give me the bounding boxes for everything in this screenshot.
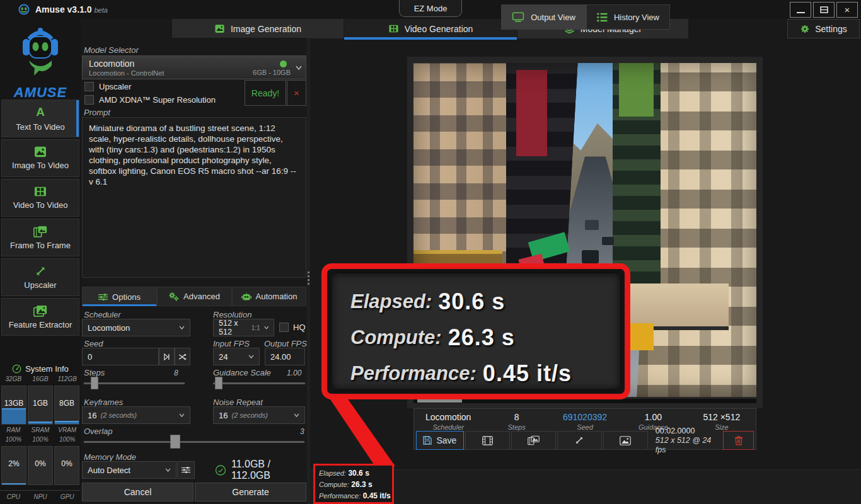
slider-thumb[interactable]	[170, 435, 180, 449]
tab-video-generation[interactable]: Video Generation	[344, 19, 517, 38]
scheduler-select[interactable]: Locomotion	[82, 319, 190, 336]
close-button[interactable]: ×	[836, 2, 858, 18]
hq-checkbox[interactable]	[279, 323, 289, 332]
slider-thumb[interactable]	[91, 377, 98, 389]
sidebar-item-feature-extractor[interactable]: Feature Extractor	[1, 298, 79, 336]
tab-advanced[interactable]: Advanced	[157, 287, 232, 306]
resolution-select[interactable]: 512 x 512 1:1	[213, 319, 274, 336]
minimize-button[interactable]	[790, 2, 811, 18]
model-unload-button[interactable]: ×	[287, 80, 306, 106]
system-info-header: System Info	[0, 364, 81, 374]
chevron-down-icon	[264, 326, 269, 329]
delete-button[interactable]	[723, 431, 754, 450]
sliders-icon	[98, 293, 108, 301]
system-info-title: System Info	[25, 364, 69, 374]
slider-thumb[interactable]	[215, 377, 222, 389]
result-toolbar: Save 00:02.0000 512 x 512 @ 24 fps	[416, 431, 754, 450]
keyframes-suffix: (2 seconds)	[100, 411, 136, 419]
vram-label: VRAM	[54, 427, 81, 433]
splitter-handle[interactable]	[308, 270, 309, 286]
sidebar-item-upscaler[interactable]: Upscaler	[1, 258, 79, 296]
noise-repeat-select[interactable]: 16 (2 seconds)	[213, 406, 305, 424]
save-button[interactable]: Save	[416, 431, 464, 450]
tab-history-view[interactable]: History View	[586, 4, 670, 30]
tab-options[interactable]: Options	[82, 287, 157, 306]
tab-output-view[interactable]: Output View	[501, 4, 586, 30]
sidebar-item-text-to-video[interactable]: A Text To Video	[1, 100, 79, 137]
ram-used: 13GB	[2, 399, 26, 408]
output-fps-input[interactable]	[265, 348, 305, 365]
video-meta: 00:02.0000 512 x 512 @ 24 fps	[656, 427, 722, 455]
gpu-meter: 0%	[54, 446, 79, 485]
sidebar-item-video-to-video[interactable]: Video To Video	[1, 179, 79, 217]
scheduler-value: Locomotion	[88, 323, 130, 333]
xdna-checkbox[interactable]	[84, 95, 94, 105]
sidebar-item-label: Feature Extractor	[9, 320, 72, 329]
elapsed-row: Elapsed: 30.6 s	[319, 467, 388, 479]
steps-slider[interactable]	[84, 377, 185, 389]
memory-name-row: RAM SRAM VRAM	[0, 427, 81, 433]
video-duration: 00:02.0000	[656, 427, 722, 436]
npu-usage: 0%	[28, 459, 52, 468]
result-seed-link[interactable]: 691020392	[551, 412, 619, 422]
settings-button[interactable]: Settings	[787, 19, 860, 38]
beta-tag: beta	[95, 6, 108, 14]
seed-step-button[interactable]	[159, 348, 175, 365]
seed-input[interactable]	[82, 348, 159, 365]
prompt-textarea[interactable]: Miniature diorama of a bustling street s…	[82, 117, 306, 278]
elapsed-label: Elapsed:	[350, 290, 432, 313]
video-to-image-button[interactable]	[511, 431, 556, 450]
performance-value: 0.45 it/s	[483, 360, 572, 387]
guidance-value: 1.00	[287, 369, 301, 377]
npu-max: 100%	[27, 436, 54, 443]
ez-mode-button[interactable]: EZ Mode	[399, 0, 462, 17]
image-view-button[interactable]	[603, 431, 648, 450]
compute-label: Compute:	[319, 481, 349, 488]
keyframes-select[interactable]: 16 (2 seconds)	[82, 406, 190, 424]
tab-image-generation[interactable]: Image Generation	[172, 19, 344, 38]
cancel-button[interactable]: Cancel	[82, 483, 194, 501]
video-progress-bar[interactable]	[413, 399, 756, 403]
processor-max-row: 100% 100% 100%	[0, 436, 81, 443]
slider-track	[213, 382, 305, 384]
model-selector-dropdown[interactable]: Locomotion Locomotion - ControlNet 6GB -…	[82, 55, 306, 79]
stats-readout: Elapsed: 30.6 s Compute: 26.3 s Performa…	[313, 464, 394, 504]
guidance-label: Guidance Scale	[213, 368, 271, 377]
stats-zoom-panel: Elapsed: 30.6 s Compute: 26.3 s Performa…	[332, 273, 620, 389]
upscaler-checkbox[interactable]	[84, 82, 94, 91]
performance-row: Performance: 0.45 it/s	[350, 355, 620, 391]
image-icon	[620, 436, 631, 445]
elapsed-row: Elapsed: 30.6 s	[350, 284, 620, 319]
tab-output-view-label: Output View	[531, 13, 575, 22]
generate-button[interactable]: Generate	[195, 483, 306, 501]
input-fps-select[interactable]: 24	[213, 348, 260, 365]
expand-arrows-icon	[35, 265, 47, 277]
guidance-slider[interactable]	[213, 377, 305, 389]
cpu-usage: 2%	[2, 459, 26, 468]
seed-randomize-button[interactable]	[175, 348, 190, 365]
upscale-result-button[interactable]	[557, 431, 602, 450]
chevron-down-icon	[179, 326, 185, 329]
memory-mode-select[interactable]: Auto Detect	[82, 461, 176, 479]
vram-fill	[55, 421, 79, 424]
noise-repeat-label: Noise Repeat	[213, 398, 263, 407]
overlap-slider[interactable]	[84, 435, 304, 448]
gears-icon	[169, 292, 179, 301]
ram-meter: 13GB	[1, 386, 26, 425]
slider-track	[84, 382, 185, 384]
skip-icon	[163, 353, 170, 360]
result-steps-label: Steps	[482, 423, 550, 431]
vram-meter: 8GB	[54, 386, 79, 425]
hq-label: HQ	[293, 323, 306, 332]
tab-automation[interactable]: Automation	[232, 287, 306, 306]
maximize-button[interactable]	[813, 2, 835, 18]
export-frames-button[interactable]	[465, 431, 510, 450]
gear-icon	[800, 24, 810, 34]
sidebar-item-frame-to-frame[interactable]: Frame To Frame	[1, 219, 79, 256]
sidebar-item-image-to-video[interactable]: Image To Video	[1, 139, 79, 177]
image-icon	[34, 146, 47, 158]
amuse-app-window: Amuse v3.1.0beta EZ Mode × Image Generat…	[0, 0, 861, 504]
input-fps-label: Input FPS	[213, 339, 250, 348]
output-fps-label: Output FPS	[264, 339, 307, 348]
memory-settings-button[interactable]	[177, 461, 195, 479]
